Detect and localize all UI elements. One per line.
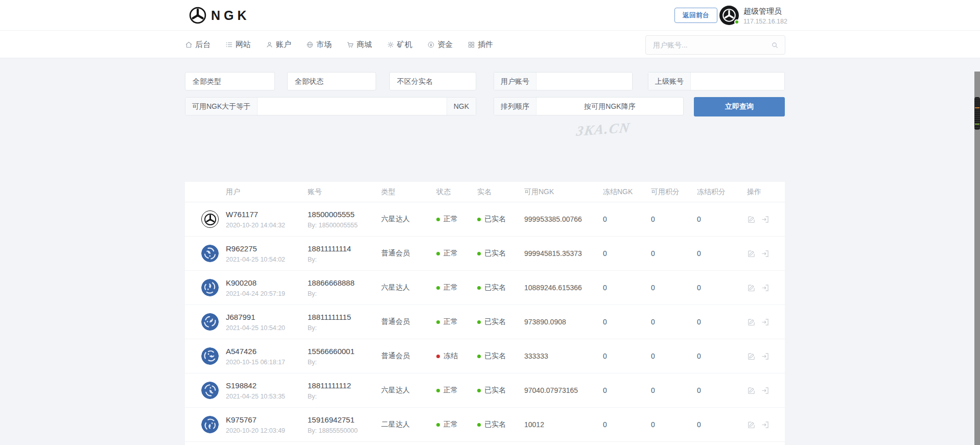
status-filter-select[interactable]: 全部状态 xyxy=(287,72,376,90)
available-points: 0 xyxy=(651,420,697,429)
realname-filter-select[interactable]: 不区分实名 xyxy=(389,72,476,90)
type-filter-select[interactable]: 全部类型 xyxy=(185,72,275,90)
user-avatar[interactable] xyxy=(201,416,219,433)
status-text: 正常 xyxy=(444,215,458,224)
back-to-front-button[interactable]: 返回前台 xyxy=(674,8,717,23)
logo-text: NGK xyxy=(211,8,250,23)
column-header: 状态 xyxy=(436,188,477,197)
realname-text: 已实名 xyxy=(484,386,506,395)
edit-icon[interactable] xyxy=(747,386,756,395)
account-number: 18811111114 xyxy=(308,244,381,253)
available-points: 0 xyxy=(651,352,697,360)
main-nav: 后台网站账户市场商城矿机资金插件 xyxy=(0,31,980,58)
realname-text: 已实名 xyxy=(484,352,506,361)
realname-cell: 已实名 xyxy=(477,283,524,292)
realname-cell: 已实名 xyxy=(477,249,524,258)
search-icon[interactable] xyxy=(771,41,779,49)
referrer: By: xyxy=(308,256,381,263)
login-as-icon[interactable] xyxy=(761,386,769,395)
edit-icon[interactable] xyxy=(747,249,756,258)
status-dot xyxy=(436,252,440,255)
coin-icon xyxy=(427,41,435,49)
edit-icon[interactable] xyxy=(747,318,756,326)
user-avatar[interactable] xyxy=(201,313,219,331)
parent-account-label: 上级账号 xyxy=(648,73,691,90)
ngk-gte-input[interactable] xyxy=(258,98,446,115)
table-row: K975767 2020-10-20 12:03:49 15916942751 … xyxy=(185,408,785,442)
referrer: By: xyxy=(308,290,381,297)
user-avatar[interactable] xyxy=(201,279,219,296)
status-dot xyxy=(436,423,440,427)
status-text: 正常 xyxy=(444,386,458,395)
order-select[interactable]: 按可用NGK降序 xyxy=(536,98,683,115)
edit-icon[interactable] xyxy=(747,215,756,224)
user-id: A547426 xyxy=(226,347,308,356)
register-date: 2020-10-20 12:03:49 xyxy=(226,427,308,434)
table-row: J687991 2021-04-25 10:54:20 18811111115 … xyxy=(185,305,785,339)
nav-item-3[interactable]: 账户 xyxy=(266,40,291,50)
column-header: 用户 xyxy=(226,188,308,197)
user-id: W761177 xyxy=(226,210,308,219)
user-avatar[interactable] xyxy=(201,347,219,365)
login-as-icon[interactable] xyxy=(761,318,769,326)
register-date: 2020-10-15 06:18:17 xyxy=(226,359,308,366)
status-text: 正常 xyxy=(444,420,458,429)
admin-account[interactable]: 超级管理员 117.152.16.182 xyxy=(719,6,787,25)
referrer: By: 18500005555 xyxy=(308,222,381,229)
operations-cell xyxy=(747,352,785,361)
register-date: 2021-04-25 10:53:35 xyxy=(226,393,308,400)
edit-icon[interactable] xyxy=(747,352,756,361)
globe-icon xyxy=(306,41,314,49)
search-input[interactable] xyxy=(646,41,771,49)
frozen-ngk: 0 xyxy=(603,249,651,257)
realname-cell: 已实名 xyxy=(477,386,524,395)
edit-icon[interactable] xyxy=(747,284,756,292)
login-as-icon[interactable] xyxy=(761,352,769,361)
available-points: 0 xyxy=(651,284,697,292)
admin-ip: 117.152.16.182 xyxy=(743,18,787,25)
nav-item-7[interactable]: 资金 xyxy=(427,40,453,50)
admin-name: 超级管理员 xyxy=(743,7,787,16)
edit-icon[interactable] xyxy=(747,420,756,429)
nav-item-label: 矿机 xyxy=(397,40,412,50)
nav-item-2[interactable]: 网站 xyxy=(225,40,251,50)
scrollbar-thumb[interactable] xyxy=(974,97,980,130)
login-as-icon[interactable] xyxy=(761,284,769,292)
user-account-input[interactable] xyxy=(536,73,632,90)
account-cell: 18500005555 By: 18500005555 xyxy=(308,210,381,229)
nav-item-4[interactable]: 市场 xyxy=(306,40,332,50)
account-number: 15916942751 xyxy=(308,415,381,424)
user-avatar[interactable] xyxy=(201,382,219,399)
login-as-icon[interactable] xyxy=(761,249,769,258)
nav-item-8[interactable]: 插件 xyxy=(468,40,493,50)
table-header-row: 用户账号类型状态实名可用NGK冻结NGK可用积分冻结积分操作 xyxy=(185,182,785,202)
available-ngk: 999945815.35373 xyxy=(524,249,603,257)
account-number: 18811111112 xyxy=(308,381,381,390)
available-ngk: 973890.0908 xyxy=(524,318,603,326)
table-row: A547426 2020-10-15 06:18:17 15566660001 … xyxy=(185,339,785,373)
user-avatar[interactable] xyxy=(201,210,219,228)
status-dot xyxy=(436,218,440,221)
nav-item-1[interactable]: 后台 xyxy=(185,40,211,50)
realname-dot xyxy=(477,252,481,255)
scrollbar[interactable] xyxy=(974,72,980,445)
user-avatar[interactable] xyxy=(201,245,219,262)
user-id: K975767 xyxy=(226,415,308,424)
status-dot xyxy=(436,286,440,290)
nav-item-5[interactable]: 商城 xyxy=(346,40,372,50)
member-type: 六星达人 xyxy=(381,386,436,395)
register-date: 2020-10-20 14:04:32 xyxy=(226,222,308,229)
available-ngk: 10889246.615366 xyxy=(524,284,603,292)
parent-account-input[interactable] xyxy=(691,73,784,90)
operations-cell xyxy=(747,420,785,429)
ngk-logo-icon xyxy=(188,6,207,25)
nav-item-6[interactable]: 矿机 xyxy=(387,40,412,50)
login-as-icon[interactable] xyxy=(761,215,769,224)
account-number: 15566660001 xyxy=(308,347,381,356)
status-cell: 正常 xyxy=(436,249,477,258)
login-as-icon[interactable] xyxy=(761,420,769,429)
user-cell: R962275 2021-04-25 10:54:02 xyxy=(226,244,308,263)
query-button[interactable]: 立即查询 xyxy=(694,97,785,116)
nav-item-label: 插件 xyxy=(478,40,493,50)
admin-avatar[interactable] xyxy=(719,6,739,25)
